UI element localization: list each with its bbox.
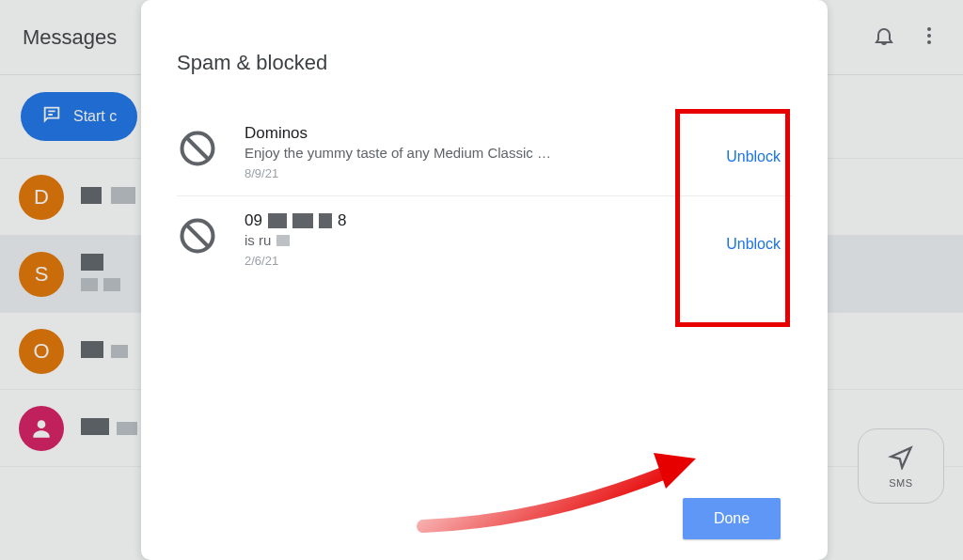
blocked-sender-name: 09 8 xyxy=(245,211,688,230)
blocked-date: 8/9/21 xyxy=(245,166,688,180)
blocked-preview: is ru xyxy=(245,232,688,248)
dialog-title: Spam & blocked xyxy=(177,51,792,75)
done-button[interactable]: Done xyxy=(683,498,781,539)
blocked-item: Dominos Enjoy the yummy taste of any Med… xyxy=(177,109,792,195)
unblock-button[interactable]: Unblock xyxy=(715,141,792,173)
blocked-icon xyxy=(177,215,218,257)
blocked-date: 2/6/21 xyxy=(245,254,688,268)
blocked-icon xyxy=(177,128,218,169)
svg-line-5 xyxy=(187,138,208,159)
spam-blocked-dialog: Spam & blocked Dominos Enjoy the yummy t… xyxy=(141,0,828,560)
unblock-button[interactable]: Unblock xyxy=(715,228,792,260)
blocked-item: 09 8 is ru 2/6/21 Unblock xyxy=(177,195,792,283)
blocked-sender-name: Dominos xyxy=(245,124,688,143)
svg-line-7 xyxy=(187,226,208,246)
blocked-preview: Enjoy the yummy taste of any Medium Clas… xyxy=(245,145,688,161)
